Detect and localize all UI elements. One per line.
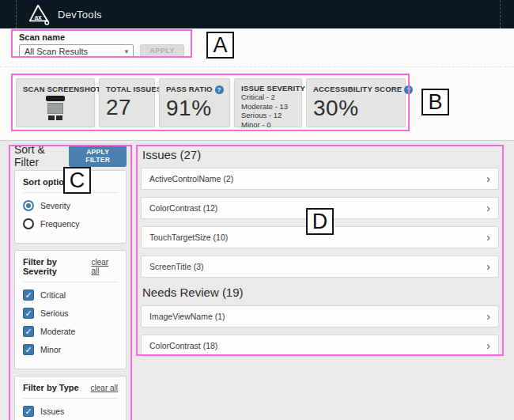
header-band-divider [0,66,514,67]
chevron-right-icon: › [486,261,490,272]
chevron-right-icon: › [486,340,490,351]
checkbox-icon[interactable]: ✓ [23,406,34,417]
pass-ratio-card: PASS RATIO? 91% [159,78,230,127]
total-issues-title: TOTAL ISSUES [106,85,148,93]
review-row-imageviewname[interactable]: ImageViewName (1) › [141,305,499,327]
radio-icon[interactable] [23,218,34,229]
chevron-right-icon: › [486,232,490,243]
sort-option-frequency[interactable]: Frequency [23,218,118,229]
scan-screenshot-card[interactable]: SCAN SCREENSHOT [16,78,95,127]
help-icon[interactable]: ? [215,85,224,94]
issue-row-activecontrolname[interactable]: ActiveControlName (2) › [141,168,499,190]
filter-type-panel: Filter by Type clear all ✓ Issues ✓ Need… [14,376,127,420]
filter-type-title: Filter by Type [23,383,79,392]
topbar-left-divider [16,0,17,28]
scan-name-select[interactable]: All Scan Results ▾ [19,44,134,58]
checkbox-icon[interactable]: ✓ [23,344,34,355]
chevron-down-icon: ▾ [125,47,129,55]
filter-severity-panel: Filter by Severity clear all ✓ Critical … [14,250,127,369]
scan-screenshot-title: SCAN SCREENSHOT [23,85,88,93]
severity-minor-count: Minor - 0 [241,120,295,130]
severity-critical-count: Critical - 2 [241,93,295,102]
pass-ratio-title: PASS RATIO? [166,85,223,94]
content-top-divider [0,140,514,141]
filter-type-clear-all-link[interactable]: clear all [91,384,118,392]
results-list: Issues (27) ActiveControlName (2) › Colo… [136,145,504,356]
axe-logo-icon: ax [26,3,51,25]
top-navigation-bar: ax DevTools [0,0,514,28]
accessibility-score-card: ACCESSIBILITY SCORE? 30% [306,78,406,127]
filter-issues[interactable]: ✓ Issues [23,406,118,417]
apply-filter-button[interactable]: APPLY FILTER [69,145,127,167]
needs-review-heading: Needs Review (19) [142,286,499,299]
filter-severity-clear-all-link[interactable]: clear all [91,258,118,275]
filter-moderate[interactable]: ✓ Moderate [23,326,118,337]
chevron-right-icon: › [486,173,490,184]
filter-minor[interactable]: ✓ Minor [23,344,118,355]
annotation-letter-a: A [206,32,234,59]
sort-option-severity[interactable]: Severity [23,200,118,211]
chevron-right-icon: › [486,202,490,214]
pass-ratio-value: 91% [166,96,223,121]
accessibility-score-title: ACCESSIBILITY SCORE? [313,85,399,94]
stats-section: SCAN SCREENSHOT TOTAL ISSUES 27 PASS RAT… [11,74,410,131]
review-row-colorcontrast[interactable]: ColorContrast (18) › [141,335,499,357]
filter-severity-title: Filter by Severity [23,257,91,276]
severity-serious-count: Serious - 12 [241,111,295,120]
checkbox-icon[interactable]: ✓ [23,289,34,301]
issue-severity-card: ISSUE SEVERITY Critical - 2 Moderate - 1… [234,78,302,127]
issues-heading: Issues (27) [142,148,499,161]
radio-icon[interactable] [23,200,34,211]
brand-name: DevTools [58,9,102,21]
brand: ax DevTools [26,3,102,25]
chevron-right-icon: › [486,311,490,322]
filter-critical[interactable]: ✓ Critical [23,289,118,301]
accessibility-score-value: 30% [313,96,399,121]
topbar-right-divider [500,0,501,28]
svg-text:ax: ax [34,13,42,21]
severity-moderate-count: Moderate - 13 [241,102,295,112]
total-issues-value: 27 [106,95,148,120]
checkbox-icon[interactable]: ✓ [23,326,34,337]
apply-button[interactable]: APPLY [140,44,184,58]
issue-row-screentitle[interactable]: ScreenTitle (3) › [141,255,499,278]
annotation-letter-d: D [306,208,334,235]
help-icon[interactable]: ? [404,85,413,94]
scan-name-section: Scan name All Scan Results ▾ APPLY [11,29,192,58]
sort-filter-title: Sort & Filter [14,143,69,168]
filter-serious[interactable]: ✓ Serious [23,308,118,319]
annotation-letter-c: C [63,167,91,194]
total-issues-card: TOTAL ISSUES 27 [99,78,155,127]
issue-severity-title: ISSUE SEVERITY [241,84,295,93]
scan-name-select-value: All Scan Results [25,47,88,56]
annotation-letter-b: B [421,89,449,115]
checkbox-icon[interactable]: ✓ [23,308,34,319]
scan-name-label: Scan name [19,32,184,42]
scan-screenshot-thumbnail [45,96,66,120]
